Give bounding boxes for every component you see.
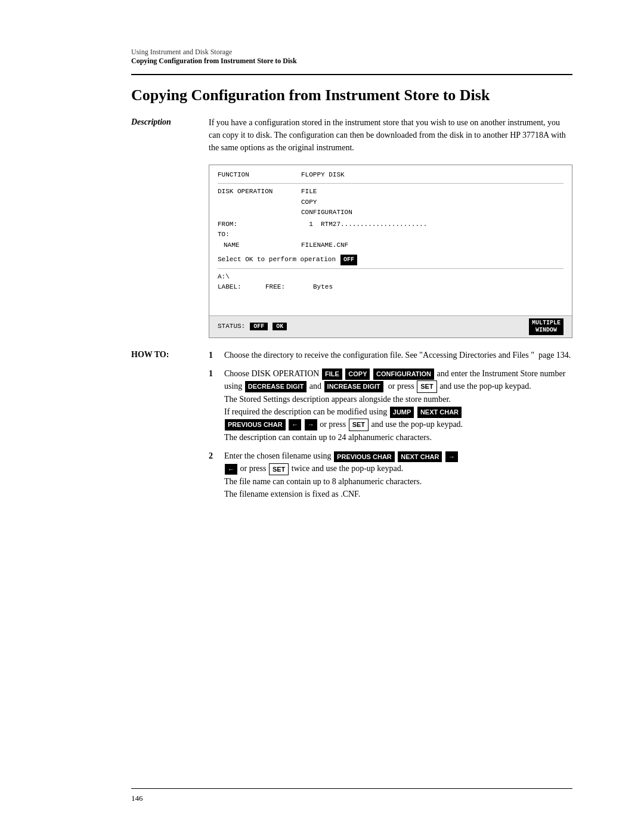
screen-name-value: FILENAME.CNF [301,240,564,251]
step-num-2: 2 [209,450,218,500]
screen-free-label: FREE: [265,282,313,293]
kbd-decrease-digit: DECREASE DIGIT [245,381,307,392]
kbd-arrow-left-1: ← [289,419,301,431]
screen-ok-btn: OK [273,323,287,330]
howto-step-1a: 1 Choose the directory to receive the co… [209,349,572,361]
howto-block: HOW TO: 1 Choose the directory to receiv… [131,349,572,506]
screen-from-value: 1 RTM27...................... [301,219,564,230]
screen-select-row: Select OK to perform operation OFF [218,255,564,265]
screen-from-row: FROM: 1 RTM27...................... [218,219,564,230]
screen-from-label: FROM: [218,219,301,230]
screen-function-label: FUNCTION [218,170,301,181]
breadcrumb-top: Using Instrument and Disk Storage [131,48,572,57]
step-num-1a: 1 [209,349,218,361]
screen-to-label: TO: [218,230,301,240]
kbd-arrow-right-1: → [305,419,317,431]
kbd-file: FILE [322,368,342,380]
screen-off-btn: OFF [250,323,268,330]
screen-drive-row: A:\ LABEL: FREE: Bytes [218,272,564,293]
kbd-next-char-1: NEXT CHAR [417,407,462,418]
screen-diskop-value: FILECOPYCONFIGURATION [301,187,564,218]
kbd-arrow-right-2: → [445,451,458,463]
screen-diskop-label: DISK OPERATION [218,187,301,218]
kbd-copy: COPY [345,368,370,380]
screen-function-value: FLOPPY DISK [301,170,564,181]
screen-function-row: FUNCTION FLOPPY DISK [218,170,564,181]
screen-status-bar: STATUS: OFF OK MULTIPLEWINDOW [209,315,572,337]
kbd-prev-char-2: PREVIOUS CHAR [334,451,395,463]
kbd-configuration: CONFIGURATION [373,368,434,380]
step-text-2: Enter the chosen filename using PREVIOUS… [224,450,572,500]
screen-select-text: Select OK to perform operation [218,255,336,265]
screen-drive-label: A:\ [218,272,564,283]
screen-label-row: LABEL: FREE: Bytes [218,282,564,293]
page-title: Copying Configuration from Instrument St… [131,86,572,106]
screen-to-row: TO: [218,230,564,240]
kbd-jump: JUMP [390,407,414,418]
screen-display: FUNCTION FLOPPY DISK DISK OPERATION FILE… [209,165,572,338]
screen-multiple-btn: MULTIPLEWINDOW [529,318,564,335]
step-num-1b: 1 [209,367,218,444]
kbd-prev-char-1: PREVIOUS CHAR [225,419,286,431]
kbd-arrow-left-2: ← [225,464,237,475]
kbd-next-char-2: NEXT CHAR [398,451,442,463]
page-number: 146 [131,794,572,803]
howto-step-1b: 1 Choose DISK OPERATION FILE COPY CONFIG… [209,367,572,444]
description-text: If you have a configuration stored in th… [209,116,572,154]
howto-label: HOW TO: [131,349,209,360]
step-text-1b: Choose DISK OPERATION FILE COPY CONFIGUR… [224,367,572,444]
top-rule [131,74,572,75]
breadcrumb: Using Instrument and Disk Storage Copyin… [131,48,572,66]
breadcrumb-current: Copying Configuration from Instrument St… [131,57,572,66]
kbd-increase-digit: INCREASE DIGIT [324,381,383,392]
screen-diskop-row: DISK OPERATION FILECOPYCONFIGURATION [218,187,564,218]
screen-name-label: NAME [218,240,301,251]
screen-empty-area [218,293,564,311]
description-block: Description If you have a configuration … [131,116,572,154]
screen-off-badge: OFF [340,255,357,265]
screen-name-row: NAME FILENAME.CNF [218,240,564,251]
page: Using Instrument and Disk Storage Copyin… [0,0,644,833]
kbd-set-2: SET [349,419,369,431]
screen-to-value [301,230,564,240]
screen-status-label: STATUS: [218,321,245,332]
howto-step-2: 2 Enter the chosen filename using PREVIO… [209,450,572,500]
screen-bytes-label: Bytes [313,282,333,293]
page-footer: 146 [131,788,572,803]
kbd-set-1: SET [417,380,436,393]
kbd-set-3: SET [269,463,289,476]
step-text-1a: Choose the directory to receive the conf… [224,349,572,361]
description-label: Description [131,116,209,154]
screen-label-label: LABEL: [218,282,265,293]
howto-content: 1 Choose the directory to receive the co… [209,349,572,506]
footer-rule [131,788,572,789]
